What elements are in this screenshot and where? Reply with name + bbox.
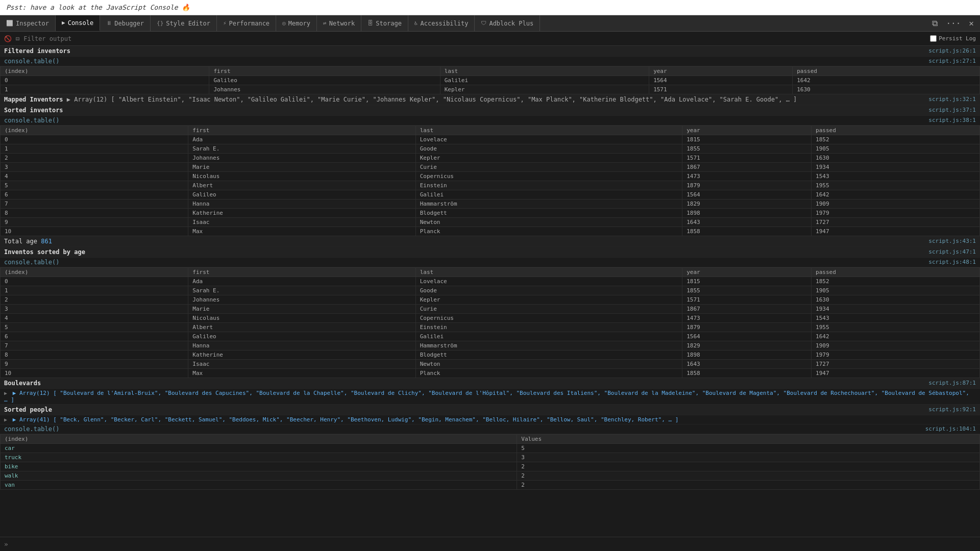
persist-log-checkbox[interactable] <box>930 35 937 42</box>
cell-last: Kepler <box>415 154 682 163</box>
filtered-inventors-table-link[interactable]: console.table() <box>4 58 59 65</box>
cell-first: Nicolaus <box>188 314 415 323</box>
table-row: 8 Katherine Blodgett 1898 1979 <box>1 209 980 218</box>
table-row: walk 2 <box>1 471 980 481</box>
cell-index: 9 <box>1 218 188 227</box>
table-row: 10 Max Planck 1858 1947 <box>1 227 980 236</box>
filtered-inventors-link2[interactable]: script.js:27:1 <box>920 58 976 64</box>
sorted-inventors-table-link[interactable]: console.table() <box>4 117 59 124</box>
tab-bar-tabs: ⬜ Inspector ▶ Console ⏸ Debugger {} Styl… <box>0 15 926 31</box>
cell-first: Max <box>188 369 415 378</box>
tab-bar-controls: ⧉ ··· ✕ <box>926 15 980 31</box>
filter-bar: 🚫 ⊟ Persist Log <box>0 32 980 46</box>
cell-last: Goode <box>415 144 682 154</box>
cell-first: Katherine <box>188 350 415 360</box>
inspector-icon: ⬜ <box>6 20 13 27</box>
cell-index: 10 <box>1 369 188 378</box>
cell-index: 4 <box>1 172 188 181</box>
cell-index: 1 <box>1 144 188 154</box>
inventos-sorted-link2[interactable]: script.js:48:1 <box>920 259 976 265</box>
cell-year: 1855 <box>682 144 812 154</box>
cell-year: 1858 <box>682 227 812 236</box>
sorted-people-array-row: ▶ ▶ Array(41) [ "Beck, Glenn", "Becker, … <box>0 415 980 424</box>
tab-debugger[interactable]: ⏸ Debugger <box>100 15 151 31</box>
cell-first: Hanna <box>188 341 415 350</box>
sorted-people-table-link-row: console.table() script.js:104:1 <box>0 424 980 434</box>
inventos-sorted-table-link[interactable]: console.table() <box>4 259 59 266</box>
console-input-field[interactable] <box>12 541 976 548</box>
table-row: van 2 <box>1 481 980 490</box>
tab-style-editor[interactable]: {} Style Editor <box>151 15 217 31</box>
col-last-i: last <box>415 268 682 277</box>
cell-index: 2 <box>1 295 188 305</box>
tab-inspector[interactable]: ⬜ Inspector <box>0 15 56 31</box>
inventos-sorted-header: Inventos sorted by age script.js:47:1 <box>0 247 980 258</box>
cell-passed: 1905 <box>812 144 980 154</box>
cell-value: 2 <box>517 481 980 490</box>
total-age-link[interactable]: script.js:43:1 <box>920 238 976 244</box>
tab-storage[interactable]: 🗄 Storage <box>361 15 408 31</box>
cell-passed: 1852 <box>812 135 980 144</box>
memory-icon: ◎ <box>282 20 286 27</box>
cell-index: 1 <box>1 85 209 94</box>
cell-first: Sarah E. <box>188 144 415 154</box>
filtered-inventors-link1[interactable]: script.js:26:1 <box>920 47 976 54</box>
cell-index: 0 <box>1 76 209 85</box>
inventos-sorted-link[interactable]: script.js:47:1 <box>920 248 976 255</box>
filtered-inventors-table-link-row: console.table() script.js:27:1 <box>0 57 980 66</box>
tab-performance[interactable]: ⚡ Performance <box>217 15 276 31</box>
cell-passed: 1955 <box>812 181 980 190</box>
table-row: 6 Galileo Galilei 1564 1642 <box>1 332 980 341</box>
cell-passed: 1630 <box>812 295 980 305</box>
tab-console-label: Console <box>68 19 94 27</box>
console-area: Filtered inventors script.js:26:1 consol… <box>0 46 980 537</box>
sorted-people-label: Sorted people <box>4 406 52 413</box>
cell-passed: 1909 <box>812 199 980 209</box>
cell-last: Newton <box>415 218 682 227</box>
table-row: 8 Katherine Blodgett 1898 1979 <box>1 350 980 360</box>
accessibility-icon: ♿ <box>414 20 418 27</box>
tab-storage-label: Storage <box>376 20 402 27</box>
tab-adblock[interactable]: 🛡 Adblock Plus <box>475 15 540 31</box>
table-row: 4 Nicolaus Copernicus 1473 1543 <box>1 314 980 323</box>
tab-network[interactable]: ⇌ Network <box>317 15 361 31</box>
cell-index: 7 <box>1 199 188 209</box>
sorted-inventors-link2[interactable]: script.js:37:1 <box>920 107 976 113</box>
sorted-people-expand-icon[interactable]: ▶ <box>4 417 7 422</box>
cell-last: Curie <box>415 163 682 172</box>
cell-last: Lovelace <box>415 277 682 286</box>
cell-last: Copernicus <box>415 314 682 323</box>
sorted-inventors-link[interactable]: script.js:38:1 <box>920 117 976 123</box>
close-devtools-button[interactable]: ✕ <box>967 17 976 29</box>
table-row: 1 Sarah E. Goode 1855 1905 <box>1 286 980 295</box>
tab-accessibility[interactable]: ♿ Accessibility <box>408 15 475 31</box>
boulevards-expand-icon[interactable]: ▶ <box>4 390 7 396</box>
tab-console[interactable]: ▶ Console <box>56 15 100 31</box>
tab-memory[interactable]: ◎ Memory <box>276 15 317 31</box>
overflow-button[interactable]: ··· <box>944 17 963 29</box>
clear-console-icon[interactable]: 🚫 <box>4 35 12 42</box>
split-screen-button[interactable]: ⧉ <box>930 17 940 29</box>
cell-year: 1898 <box>682 209 812 218</box>
table-row: 4 Nicolaus Copernicus 1473 1543 <box>1 172 980 181</box>
cell-year: 1898 <box>682 350 812 360</box>
boulevards-array-text: ▶ Array(12) [ "Boulevard de l'Amiral-Bru… <box>4 390 969 403</box>
cell-first: Johannes <box>188 154 415 163</box>
cell-year: 1829 <box>682 341 812 350</box>
filter-input[interactable] <box>23 35 926 42</box>
boulevards-link[interactable]: script.js:87:1 <box>920 380 976 386</box>
mapped-inventors-link[interactable]: script.js:32:1 <box>920 96 976 103</box>
col-last-s: last <box>415 126 682 135</box>
col-year: year <box>649 67 793 76</box>
cell-first: Marie <box>188 163 415 172</box>
cell-last: Curie <box>415 305 682 314</box>
sorted-people-link[interactable]: script.js:92:1 <box>920 406 976 413</box>
filtered-inventors-table: (index) first last year passed 0 Galileo… <box>0 66 980 94</box>
sorted-people-link2[interactable]: script.js:104:1 <box>917 425 976 432</box>
cell-value: 3 <box>517 453 980 462</box>
cell-last: Kepler <box>415 295 682 305</box>
banner-text: Psst: have a look at the JavaScript Cons… <box>6 4 190 11</box>
sorted-people-table-link[interactable]: console.table() <box>4 425 59 433</box>
cell-last: Galilei <box>415 190 682 199</box>
cell-last: Galilei <box>415 332 682 341</box>
